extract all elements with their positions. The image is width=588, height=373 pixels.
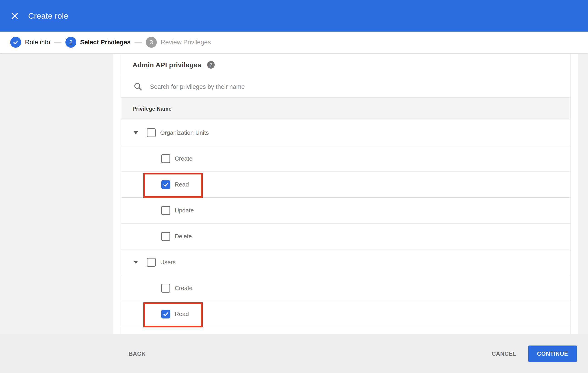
- step-select-privileges[interactable]: 2 Select Privileges: [65, 37, 131, 48]
- cancel-button[interactable]: CANCEL: [491, 348, 517, 359]
- orgunits-delete-checkbox[interactable]: [161, 232, 170, 241]
- privilege-row-users-read: Read: [121, 301, 570, 327]
- privilege-search-row: [121, 76, 570, 98]
- privilege-label: Update: [175, 207, 194, 214]
- step-number: 2: [65, 37, 76, 48]
- step-label: Role info: [25, 39, 50, 46]
- orgunits-read-checkbox[interactable]: [161, 180, 170, 189]
- privileges-table-container: Admin API privileges ? Privilege Name: [121, 54, 570, 334]
- close-icon[interactable]: [11, 12, 18, 20]
- section-title: Admin API privileges: [132, 61, 201, 69]
- privilege-label: Read: [175, 181, 189, 188]
- privilege-label: Delete: [175, 233, 192, 240]
- search-input[interactable]: [149, 83, 455, 91]
- privilege-row-clipped: [121, 327, 570, 334]
- orgunits-update-checkbox[interactable]: [161, 206, 170, 215]
- back-button[interactable]: BACK: [128, 348, 147, 359]
- dialog-title: Create role: [28, 0, 68, 31]
- step-role-info[interactable]: Role info: [10, 37, 50, 48]
- footer-actions: CANCEL CONTINUE: [491, 345, 577, 362]
- step-completed-check-icon: [10, 37, 21, 48]
- privilege-label: Organization Units: [160, 129, 209, 136]
- privilege-label: Users: [160, 259, 176, 266]
- collapse-arrow-icon[interactable]: [134, 261, 138, 264]
- users-read-checkbox[interactable]: [161, 310, 170, 319]
- organization-units-checkbox[interactable]: [147, 128, 156, 137]
- users-checkbox[interactable]: [147, 258, 156, 267]
- step-number: 3: [146, 37, 157, 48]
- help-icon[interactable]: ?: [207, 61, 215, 69]
- privilege-row-users-create: Create: [121, 275, 570, 301]
- red-highlight-box: [143, 173, 203, 198]
- page-background: Admin API privileges ? Privilege Name: [0, 53, 588, 373]
- privilege-row-users: Users: [121, 249, 570, 275]
- privilege-row-orgunits-delete: Delete: [121, 224, 570, 249]
- create-role-dialog: Create role Role info 2 Select Privilege…: [0, 0, 588, 373]
- collapse-arrow-icon[interactable]: [134, 131, 138, 134]
- privilege-label: Create: [175, 155, 192, 162]
- card-heading: Admin API privileges ?: [121, 54, 570, 76]
- step-connector: [135, 42, 142, 43]
- step-review-privileges[interactable]: 3 Review Privileges: [146, 37, 211, 48]
- orgunits-create-checkbox[interactable]: [161, 154, 170, 163]
- search-icon: [134, 82, 143, 91]
- step-connector: [54, 42, 62, 43]
- wizard-stepper: Role info 2 Select Privileges 3 Review P…: [0, 31, 588, 53]
- privileges-card: Admin API privileges ? Privilege Name: [113, 54, 578, 334]
- privilege-label: Read: [175, 311, 189, 318]
- privilege-row-orgunits-update: Update: [121, 198, 570, 224]
- table-header: Privilege Name: [121, 98, 570, 120]
- privilege-row-orgunits-create: Create: [121, 146, 570, 172]
- footer-bar: BACK CANCEL CONTINUE: [0, 334, 588, 373]
- privilege-label: Create: [175, 285, 192, 292]
- column-header-privilege-name: Privilege Name: [132, 106, 171, 112]
- users-create-checkbox[interactable]: [161, 284, 170, 293]
- privilege-row-orgunits-read: Read: [121, 172, 570, 198]
- privilege-row-organization-units: Organization Units: [121, 120, 570, 146]
- continue-button[interactable]: CONTINUE: [528, 345, 577, 362]
- step-label: Select Privileges: [80, 39, 131, 46]
- app-bar: Create role: [0, 0, 588, 31]
- red-highlight-box: [143, 302, 203, 327]
- step-label: Review Privileges: [161, 39, 211, 46]
